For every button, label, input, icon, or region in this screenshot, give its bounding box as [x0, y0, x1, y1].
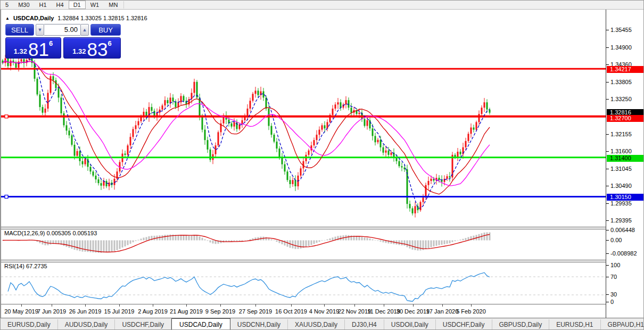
macd-indicator-label: MACD(12,26,9) 0.005305 0.005193 — [4, 230, 97, 236]
axis-tick-mark — [606, 265, 609, 266]
collapse-triangle-icon[interactable]: ▲ — [5, 16, 10, 21]
chart-ohlc-readout: 1.32884 1.33025 1.32815 1.32816 — [57, 15, 147, 21]
axis-tick-mark — [606, 151, 609, 152]
price-axis-label: 1.31045 — [610, 166, 632, 172]
date-axis-label: 27 Sep 2019 — [239, 308, 272, 315]
chart-tab-usdcad-daily[interactable]: USDCAD,Daily — [171, 318, 230, 330]
timeframe-button-5[interactable]: 5 — [1, 1, 13, 9]
chart-tab-eurusd-h1[interactable]: EURUSD,H1 — [549, 319, 600, 330]
volume-decrease-icon[interactable]: ▼ — [36, 24, 44, 36]
price-marker-134217: 1.34217 — [607, 66, 644, 73]
axis-tick-mark — [606, 64, 609, 65]
price-axis-label: 1.32155 — [610, 131, 632, 138]
sell-price-button[interactable]: 1.32 81 6 — [5, 37, 61, 59]
price-axis-label: 1.30490 — [610, 183, 632, 189]
chart-title-row: ▲ USDCAD,Daily 1.32884 1.33025 1.32815 1… — [5, 15, 147, 21]
chart-tab-bar: EURUSD,DailyAUDUSD,DailyUSDCHF,DailyUSDC… — [1, 318, 644, 330]
timeframe-toolbar: 5M30H1H4D1W1MN — [1, 1, 644, 10]
chart-tab-gbpaud-h1[interactable]: GBPAUD,H1 — [601, 319, 644, 330]
chart-tab-audusd-daily[interactable]: AUDUSD,Daily — [58, 319, 115, 330]
date-axis-label: 20 May 2019 — [4, 308, 38, 315]
buy-price-sup: 6 — [108, 39, 112, 47]
date-axis-label: 22 Nov 2019 — [338, 308, 371, 315]
timeframe-button-m30[interactable]: M30 — [13, 1, 34, 9]
axis-tick-mark — [606, 277, 609, 277]
chart-tab-eurusd-daily[interactable]: EURUSD,Daily — [1, 319, 58, 330]
date-tick-mark — [220, 304, 221, 307]
sell-price-sup: 6 — [49, 39, 53, 47]
chart-tab-dj30-h4[interactable]: DJ30,H4 — [345, 319, 384, 330]
axis-tick-mark — [606, 203, 609, 204]
axis-tick-mark — [606, 302, 609, 302]
timeframe-button-h4[interactable]: H4 — [52, 1, 69, 9]
date-axis-label: 26 Jun 2019 — [69, 308, 102, 315]
chart-tab-usdchf-daily[interactable]: USDCHF,Daily — [436, 319, 492, 330]
date-tick-mark — [52, 304, 52, 307]
axis-tick-mark — [606, 47, 609, 48]
date-axis[interactable]: 20 May 20197 Jun 201926 Jun 201915 Jul 2… — [1, 304, 606, 318]
axis-tick-mark — [606, 30, 609, 30]
axis-tick-mark — [606, 220, 609, 221]
buy-price-button[interactable]: 1.32 83 6 — [63, 37, 121, 59]
axis-tick-mark — [606, 230, 609, 230]
axis-tick-mark — [606, 169, 609, 169]
chart-tab-usdchf-daily[interactable]: USDCHF,Daily — [115, 319, 171, 330]
chart-window: ▲ USDCAD,Daily 1.32884 1.33025 1.32815 1… — [1, 10, 644, 318]
macd-axis-label: 0.00 — [610, 237, 622, 244]
date-axis-label: 11 Dec 2019 — [367, 308, 400, 315]
price-marker-131400: 1.31400 — [607, 155, 644, 162]
date-tick-mark — [384, 304, 384, 307]
macd-axis-label: 0.006448 — [610, 227, 635, 234]
rsi-axis-label: 0 — [610, 299, 614, 306]
volume-field[interactable]: 5.00 — [44, 24, 80, 36]
date-axis-label: 17 Jan 2020 — [426, 308, 459, 315]
date-tick-mark — [255, 304, 256, 307]
trade-panel-prices: 1.32 81 6 1.32 83 6 — [5, 37, 121, 59]
price-axis[interactable]: 1.354551.349001.343601.338051.332501.321… — [606, 10, 644, 318]
date-tick-mark — [413, 304, 414, 307]
rsi-indicator-label: RSI(14) 67.2735 — [4, 263, 47, 269]
date-tick-mark — [186, 304, 187, 307]
date-tick-mark — [291, 304, 292, 307]
rsi-axis-label: 100 — [610, 262, 620, 269]
sell-button[interactable]: SELL — [5, 24, 34, 36]
axis-tick-mark — [606, 99, 609, 100]
timeframe-button-d1[interactable]: D1 — [69, 1, 86, 9]
timeframe-button-mn[interactable]: MN — [104, 1, 122, 9]
date-tick-mark — [119, 304, 120, 307]
sell-price-prefix: 1.32 — [14, 47, 27, 55]
date-tick-mark — [471, 304, 472, 307]
price-axis-label: 1.29395 — [610, 217, 632, 224]
rsi-axis-label: 30 — [610, 291, 617, 298]
timeframe-button-w1[interactable]: W1 — [86, 1, 104, 9]
mt4-window: 5M30H1H4D1W1MN ▲ USDCAD,Daily 1.32884 1.… — [0, 0, 644, 330]
rsi-axis-label: 70 — [610, 274, 617, 280]
price-axis-label: 1.31600 — [610, 148, 632, 155]
date-axis-label: 30 Dec 2019 — [397, 308, 430, 315]
volume-increase-icon[interactable]: ▲ — [80, 24, 89, 36]
date-tick-mark — [21, 304, 22, 307]
chart-tab-gbpusd-daily[interactable]: GBPUSD,Daily — [492, 319, 550, 330]
date-tick-mark — [354, 304, 355, 307]
price-axis-label: 1.33805 — [610, 79, 632, 86]
sell-price-big: 81 — [28, 40, 49, 58]
axis-tick-mark — [606, 294, 609, 295]
chart-tab-xauusd-daily[interactable]: XAUUSD,Daily — [288, 319, 345, 330]
chart-tab-usdcnh-daily[interactable]: USDCNH,Daily — [230, 319, 288, 330]
date-axis-label: 4 Nov 2019 — [309, 308, 339, 315]
date-tick-mark — [85, 304, 86, 307]
axis-tick-mark — [606, 82, 609, 82]
price-axis-label: 1.29935 — [610, 200, 632, 207]
macd-axis-label: -0.008982 — [610, 250, 637, 257]
trade-panel-controls: SELL ▼ 5.00 ▲ BUY — [5, 24, 121, 36]
chart-symbol-period: USDCAD,Daily — [13, 15, 54, 21]
timeframe-button-h1[interactable]: H1 — [35, 1, 52, 9]
date-axis-label: 2 Aug 2019 — [138, 308, 168, 315]
buy-button[interactable]: BUY — [90, 24, 121, 36]
date-axis-label: 16 Oct 2019 — [275, 308, 307, 315]
date-axis-label: 9 Sep 2019 — [205, 308, 235, 315]
price-marker-132700: 1.32700 — [607, 115, 644, 122]
date-axis-label: 15 Jul 2019 — [104, 308, 135, 315]
chart-tab-usdoil-daily[interactable]: USDOil,Daily — [384, 319, 436, 330]
one-click-trade-panel: SELL ▼ 5.00 ▲ BUY 1.32 81 6 1.32 83 6 — [5, 24, 121, 59]
